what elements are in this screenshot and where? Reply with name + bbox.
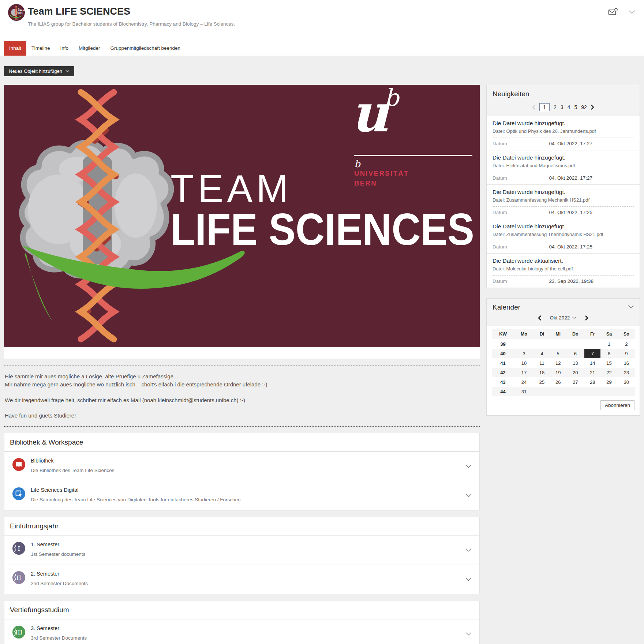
calendar-day[interactable]: 4 <box>534 349 550 358</box>
calendar-prev-chevron-left-icon[interactable] <box>538 315 541 321</box>
calendar-day[interactable]: 30 <box>618 377 635 387</box>
library-icon <box>12 458 25 471</box>
calendar-day[interactable]: 13 <box>566 358 584 368</box>
collapse-chevron-down-icon[interactable] <box>628 305 634 308</box>
calendar-day[interactable]: 24 <box>514 377 534 387</box>
add-object-button[interactable]: Neues Objekt hinzufügen <box>4 66 74 76</box>
calendar-month-dropdown[interactable]: Okt 2022 <box>550 315 577 321</box>
calendar-day[interactable]: 15 <box>600 358 617 368</box>
calendar-week-row: 44 31 <box>492 387 635 396</box>
calendar-next-chevron-right-icon[interactable] <box>585 315 588 321</box>
dotted-separator <box>4 426 480 427</box>
news-item-subtitle: Datei: Optik und Physik des 20. Jahrhund… <box>493 128 634 134</box>
calendar-col-header: Fr <box>584 329 600 339</box>
item-title-link[interactable]: Life Sciences Digital <box>31 487 79 493</box>
page-number-link[interactable]: 5 <box>574 104 577 110</box>
calendar-day[interactable] <box>618 387 635 396</box>
calendar-day[interactable]: 5 <box>550 349 566 358</box>
calendar-day[interactable]: 31 <box>514 387 534 396</box>
calendar-day[interactable] <box>600 387 617 396</box>
mail-user-icon[interactable] <box>608 8 618 16</box>
calendar-day[interactable]: 14 <box>584 358 600 368</box>
list-item-bibliothek: Bibliothek Die Bibliothek des Team Life … <box>4 452 479 481</box>
calendar-day[interactable]: 16 <box>618 358 635 368</box>
item-title-link[interactable]: 3. Semester <box>31 625 59 631</box>
subscribe-button[interactable]: Abonnieren <box>600 400 634 410</box>
calendar-day[interactable]: 19 <box>550 368 566 377</box>
calendar-day[interactable]: 21 <box>584 368 600 377</box>
chevron-down-icon[interactable] <box>466 578 471 581</box>
chevron-down-icon[interactable] <box>466 494 471 497</box>
calendar-day[interactable] <box>566 339 584 349</box>
tab-info[interactable]: Info <box>55 41 74 56</box>
calendar-day[interactable] <box>550 339 566 349</box>
calendar-day[interactable]: 17 <box>514 368 534 377</box>
calendar-day[interactable] <box>514 339 534 349</box>
page-number-link[interactable]: 92 <box>581 104 587 110</box>
calendar-day[interactable]: 22 <box>600 368 617 377</box>
calendar-day[interactable] <box>566 387 584 396</box>
actions-menu-chevron-down-icon[interactable] <box>629 10 635 14</box>
calendar-day[interactable]: 26 <box>550 377 566 387</box>
news-item-title: Die Datei wurde hinzugefügt. <box>493 120 634 127</box>
chevron-right-icon[interactable] <box>591 105 594 110</box>
banner-block: TEAM LIFE SCIENCES u b b UNIVERSITÄT BER… <box>4 85 480 359</box>
calendar-day[interactable]: 23 <box>618 368 635 377</box>
main-column: TEAM LIFE SCIENCES u b b UNIVERSITÄT BER… <box>4 85 480 644</box>
banner-team-line1: TEAM <box>171 167 292 210</box>
calendar-day[interactable]: 29 <box>600 377 617 387</box>
chevron-down-icon[interactable] <box>466 548 471 552</box>
list-item-life-sciences-digital: Life Sciences Digital Die Sammlung des T… <box>4 481 479 510</box>
svg-text:II: II <box>16 574 21 581</box>
uni-logo-sup-b: b <box>384 85 400 111</box>
week-number: 44 <box>492 387 514 396</box>
item-title-link[interactable]: Bibliothek <box>31 458 54 464</box>
calendar-day[interactable] <box>534 339 550 349</box>
calendar-day[interactable]: 20 <box>566 368 584 377</box>
calendar-day[interactable] <box>534 387 550 396</box>
calendar-day[interactable]: 12 <box>550 358 566 368</box>
calendar-grid: KW Mo Di Mi Do Fr Sa So 39 <box>492 329 635 396</box>
calendar-day[interactable]: 10 <box>514 358 534 368</box>
tab-gruppenmitgliedschaft-beenden[interactable]: Gruppenmitgliedschaft beenden <box>105 41 186 56</box>
calendar-day[interactable]: 27 <box>566 377 584 387</box>
page-number-link[interactable]: 2 <box>554 104 557 110</box>
list-item-semester-1: I 1. Semester 1st Semester documents <box>4 535 479 565</box>
calendar-day[interactable] <box>550 387 566 396</box>
intro-line-2: Mir nähme mega gern aues mögliche wo nüt… <box>5 381 267 387</box>
dashed-separator <box>493 241 634 241</box>
page-number-link[interactable]: 3 <box>561 104 564 110</box>
calendar-panel: Kalender Okt 2022 <box>486 298 640 416</box>
calendar-day[interactable] <box>584 339 600 349</box>
calendar-day[interactable]: 11 <box>534 358 550 368</box>
calendar-day[interactable]: 18 <box>534 368 550 377</box>
tab-bar: Inhalt Timeline Info Mitglieder Gruppenm… <box>0 37 644 56</box>
item-title-link[interactable]: 1. Semester <box>31 542 59 547</box>
news-item-title: Die Datei wurde hinzugefügt. <box>493 154 634 161</box>
calendar-day[interactable]: 25 <box>534 377 550 387</box>
page-title: Team LIFE SCIENCES <box>28 6 130 17</box>
tab-mitglieder[interactable]: Mitglieder <box>74 41 105 56</box>
section-bibliothek-workspace: Bibliothek & Workspace Bibliothek Die Bi… <box>4 433 480 510</box>
tab-timeline[interactable]: Timeline <box>26 41 55 56</box>
calendar-day[interactable]: 1 <box>600 339 617 349</box>
calendar-day[interactable]: 3 <box>514 349 534 358</box>
list-item-semester-3: III 3. Semester 3rd Semester Documents <box>4 619 479 644</box>
chevron-down-icon[interactable] <box>466 632 471 636</box>
calendar-day[interactable]: 6 <box>566 349 584 358</box>
calendar-day[interactable]: 9 <box>618 349 635 358</box>
calendar-day[interactable]: 8 <box>600 349 617 358</box>
calendar-day[interactable]: 28 <box>584 377 600 387</box>
calendar-col-header: Mo <box>514 329 534 339</box>
news-item-subtitle: Datei: Elektrizität und Magnetismus.pdf <box>493 163 634 168</box>
calendar-col-header: KW <box>492 329 514 339</box>
calendar-day[interactable] <box>584 387 600 396</box>
chevron-down-icon[interactable] <box>466 465 471 468</box>
item-title-link[interactable]: 2. Semester <box>31 571 59 577</box>
calendar-day[interactable]: 2 <box>618 339 635 349</box>
chevron-left-icon[interactable] <box>532 105 535 110</box>
page-number-link[interactable]: 4 <box>568 104 570 110</box>
news-item: Die Datei wurde hinzugefügt. Datei: Opti… <box>487 116 640 150</box>
tab-inhalt[interactable]: Inhalt <box>4 41 26 56</box>
calendar-day-today[interactable]: 7 <box>584 349 600 358</box>
